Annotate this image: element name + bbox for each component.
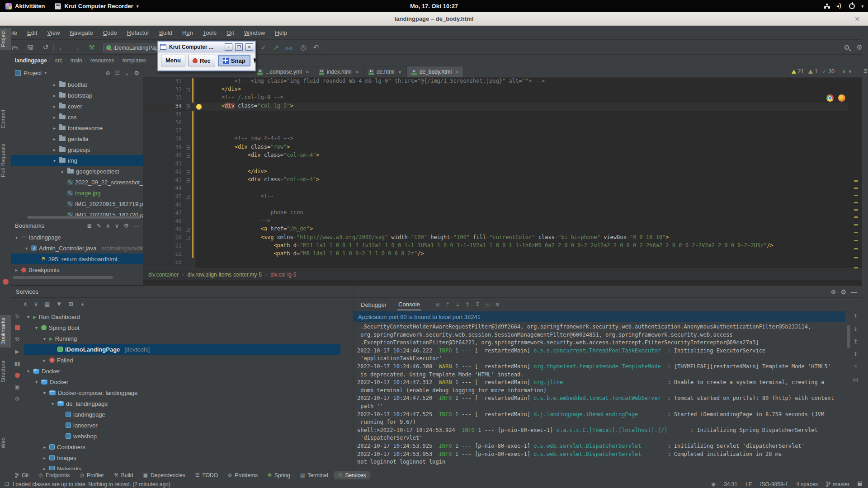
chevron-collapsed-icon[interactable]: ▸ xyxy=(60,169,65,174)
chevron-collapsed-icon[interactable]: ▸ xyxy=(42,455,47,460)
forward-icon[interactable]: → xyxy=(71,42,81,52)
warning-tick[interactable] xyxy=(854,195,858,196)
tree-row[interactable]: ▾Docker xyxy=(24,376,340,387)
menu-window[interactable]: Window xyxy=(239,29,270,36)
chevron-collapsed-icon[interactable]: ▸ xyxy=(52,126,57,131)
chevron-collapsed-icon[interactable]: ▸ xyxy=(14,267,19,272)
fold-marker-icon[interactable]: – xyxy=(186,195,190,199)
inspections-widget[interactable]: 21 1 ✓30 xyxy=(792,68,835,75)
bookmarks-hscrollbar[interactable] xyxy=(13,276,113,279)
chevron-collapsed-icon[interactable]: ▸ xyxy=(52,93,57,98)
code-line[interactable]: <!-- row 4-4-4 --> xyxy=(195,135,848,143)
tree-row[interactable]: ▸cover xyxy=(11,101,143,112)
tool-window-button-profiler[interactable]: ◷Profiler xyxy=(75,471,108,479)
tree-row[interactable]: ▸bootflat xyxy=(11,79,143,90)
tree-row[interactable]: ▸Breakpoints xyxy=(11,264,143,275)
volume-icon[interactable] xyxy=(836,4,843,9)
chevron-expanded-icon[interactable]: ▾ xyxy=(26,369,31,374)
panel-header-icon[interactable]: ☰ xyxy=(115,70,120,76)
code-line[interactable]: --> xyxy=(195,217,848,225)
console-vscrollbar[interactable] xyxy=(847,325,850,348)
warning-tick[interactable] xyxy=(854,180,858,182)
pause-icon[interactable]: ▮▮ xyxy=(14,361,20,367)
camera-icon[interactable]: ▣ xyxy=(14,384,19,390)
chrome-icon[interactable] xyxy=(826,94,834,102)
services-toolbar-icon[interactable]: ▦ xyxy=(44,300,50,309)
warning-tick[interactable] xyxy=(854,216,858,218)
services-toolbar-icon[interactable]: ＋ xyxy=(80,300,85,309)
console-gutter-icon[interactable]: ⇣ xyxy=(853,326,858,332)
run-configuration-select[interactable]: iDemoLandingPage ▼ xyxy=(103,43,157,52)
panel-header-icon[interactable]: — xyxy=(133,222,139,229)
profiler-dot-icon[interactable] xyxy=(3,279,9,285)
tree-row[interactable]: ▾≔landingpage xyxy=(11,232,143,243)
close-icon[interactable]: ✕ xyxy=(398,70,402,75)
console-toolbar-icon[interactable]: ≋ xyxy=(495,301,500,308)
tool-window-button-endpoints[interactable]: ◎Endpoints xyxy=(34,471,74,479)
tree-row[interactable]: ▸Images xyxy=(24,452,340,463)
record-icon[interactable] xyxy=(15,373,20,378)
tree-row[interactable]: webshop xyxy=(24,431,340,441)
panel-header-icon[interactable]: ⚙ xyxy=(123,222,129,229)
stop-icon[interactable] xyxy=(15,325,20,330)
intention-bulb-icon[interactable] xyxy=(196,104,202,109)
console-toolbar-icon[interactable]: ⊡ xyxy=(485,301,490,308)
breadcrumb-item[interactable]: main xyxy=(71,57,82,64)
breadcrumb-item[interactable]: src xyxy=(55,57,62,64)
services-toolbar-icon[interactable]: ∨ xyxy=(34,300,38,309)
menu-git[interactable]: Git xyxy=(222,29,239,36)
tag-breadcrumb-item[interactable]: div.row.align-items-center.my-5 xyxy=(188,272,262,278)
tree-row[interactable]: landingpage xyxy=(24,409,340,420)
console-tab-console[interactable]: Console xyxy=(397,299,421,310)
chevron-collapsed-icon[interactable]: ▸ xyxy=(52,104,57,109)
tool-window-button-build[interactable]: ⚒Build xyxy=(110,471,137,479)
play-icon[interactable]: ▶ xyxy=(15,348,19,355)
services-toolbar-icon[interactable]: ⊞ xyxy=(68,300,73,309)
breadcrumb-item[interactable]: landingpage xyxy=(15,57,47,64)
tree-row[interactable]: ▾Spring Boot xyxy=(24,322,340,333)
console-toolbar-icon[interactable]: ↥ xyxy=(465,301,470,308)
code-line[interactable]: phone icon xyxy=(195,209,848,217)
code-line[interactable] xyxy=(195,258,848,267)
code-line[interactable] xyxy=(195,160,848,168)
network-icon[interactable] xyxy=(824,4,830,9)
tool-window-button-git[interactable]: Git xyxy=(11,471,33,479)
console-gutter-icon[interactable]: ≡ xyxy=(854,364,857,370)
file-encoding[interactable]: ISO-8859-1 xyxy=(760,481,788,488)
panel-header-icon[interactable]: ∨ xyxy=(115,222,119,229)
panel-header-icon[interactable]: ≣ xyxy=(87,222,92,229)
krut-close-button[interactable]: ✕ xyxy=(245,43,253,51)
console-gutter-icon[interactable]: ↧ xyxy=(853,351,858,357)
system-menu-chevron-icon[interactable]: ▾ xyxy=(861,4,863,9)
history-clock-icon[interactable]: ◷ xyxy=(298,42,308,52)
tool-window-button-terminal[interactable]: ▤Terminal xyxy=(296,471,332,479)
code-line[interactable]: <div class="row"> xyxy=(195,144,848,152)
tree-row[interactable]: lanserver xyxy=(24,420,340,431)
fold-marker-icon[interactable]: – xyxy=(186,145,190,150)
tree-row[interactable]: ▾▶Running xyxy=(24,333,340,344)
breadcrumb-item[interactable]: templates xyxy=(122,57,146,64)
fold-marker-icon[interactable]: – xyxy=(186,236,190,240)
inspection-nav-chevrons[interactable]: ∧∨ xyxy=(842,69,854,74)
code-line[interactable] xyxy=(195,184,848,192)
code-line[interactable] xyxy=(195,201,848,209)
chevron-expanded-icon[interactable]: ▾ xyxy=(26,314,31,319)
tree-row[interactable]: ▸grapesjs xyxy=(11,144,143,155)
chevron-collapsed-icon[interactable]: ▸ xyxy=(52,147,57,152)
code-line[interactable]: </div> xyxy=(195,86,848,94)
editor-tab-de-html[interactable]: Hde.html✕ xyxy=(364,66,407,77)
stripe-button-commit[interactable]: Commit xyxy=(0,107,11,131)
console-toolbar-icon[interactable]: ≣ xyxy=(435,301,440,308)
editor-gutter[interactable]: 3132–3334–3536373839–40–4142–43–4445–464… xyxy=(143,78,195,268)
menu-edit[interactable]: Edit xyxy=(22,29,42,36)
menu-code[interactable]: Code xyxy=(98,29,122,36)
analyze-mode-icon[interactable]: ◉ xyxy=(712,481,716,487)
tree-row[interactable]: ▾▶Run Dashboard xyxy=(24,311,340,322)
chevron-expanded-icon[interactable]: ▾ xyxy=(52,158,57,163)
close-icon[interactable]: ✕ xyxy=(355,70,359,75)
tree-row[interactable]: image.jpg xyxy=(11,188,143,198)
chevron-expanded-icon[interactable]: ▾ xyxy=(14,235,19,240)
tree-row[interactable]: 2022_09_22_screenshot_mobile xyxy=(11,177,143,188)
close-icon[interactable]: ✕ xyxy=(455,70,459,75)
panel-header-icon[interactable]: ∧ xyxy=(106,222,110,229)
